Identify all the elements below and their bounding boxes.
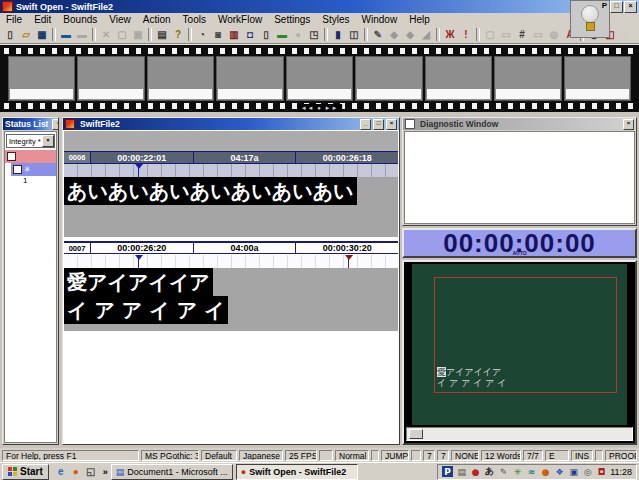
maximize-button[interactable]: □ [610,1,623,13]
close-icon[interactable]: × [623,119,634,130]
stopwatch-icon[interactable]: ◔ [194,27,210,42]
maximize-icon[interactable]: □ [373,119,384,130]
subtitle-text[interactable]: あいあいあいあいあいあいあい [64,177,357,205]
open-folder-icon[interactable]: ▱ [18,27,34,42]
wedge-icon[interactable]: ◢ [418,27,434,42]
menu-item-bounds[interactable]: Bounds [57,14,103,25]
film-frame[interactable] [425,56,492,101]
minimize-icon[interactable]: _ [360,119,371,130]
timecode-out[interactable]: 00:00:26:18 [295,152,398,163]
status-list-close-icon[interactable]: ▪ [52,119,58,130]
timecode-duration[interactable]: 04:00a [193,243,296,253]
film-frame[interactable] [77,56,144,101]
menu-item-window[interactable]: Window [356,14,404,25]
status-filter-dropdown[interactable]: Integrity * ▼ [6,134,55,148]
ink-pot-icon[interactable]: ◘ [242,27,258,42]
menu-item-view[interactable]: View [103,14,137,25]
film-frame[interactable] [8,56,75,101]
new-file-icon[interactable]: ▯ [2,27,18,42]
timecode-in[interactable]: 00:00:26:20 [91,243,193,253]
display-icon[interactable]: ❖ [554,466,565,477]
battery-icon[interactable]: ▬ [274,27,290,42]
close-button[interactable]: × [624,1,637,13]
film-nav-control[interactable]: ◄◄ ● ►► [297,104,343,112]
timeline-ruler[interactable] [64,255,398,268]
folder-share-icon[interactable]: ▭ [498,27,514,42]
clipboard-icon[interactable]: ▢ [482,27,498,42]
kanji-style-icon[interactable]: Ж [442,27,458,42]
diamond-b-icon[interactable]: ◆ [402,27,418,42]
menu-item-styles[interactable]: Styles [316,14,355,25]
scheduler-icon[interactable]: ◎ [582,466,593,477]
timecode-in[interactable]: 00:00:22:01 [90,152,193,163]
launcher-icon[interactable]: ● [70,466,82,478]
checkbox-icon[interactable] [13,165,22,174]
timeline-alt-icon[interactable]: ▬ [74,27,90,42]
frame-select-icon[interactable]: ◫ [346,27,362,42]
film-frame[interactable] [355,56,422,101]
ime-japanese-icon[interactable]: あ [484,466,495,477]
menu-item-tools[interactable]: Tools [177,14,212,25]
playhead-marker[interactable] [135,255,143,260]
printer-icon[interactable]: ▤ [456,466,467,477]
film-frames-icon[interactable]: ▥ [226,27,242,42]
chevron-more-icon[interactable]: » [103,467,108,477]
checkbox-icon[interactable] [7,152,16,161]
status-tree-item[interactable]: ✳ [11,163,56,176]
monitor-icon[interactable]: ◳ [306,27,322,42]
menu-item-action[interactable]: Action [137,14,177,25]
status-tree-group[interactable] [5,150,56,163]
film-frame[interactable] [147,56,214,101]
menu-item-settings[interactable]: Settings [268,14,316,25]
mixer-icon[interactable]: # [514,27,530,42]
menu-item-edit[interactable]: Edit [28,14,57,25]
subtitle-row-header[interactable]: 0007 00:00:26:20 04:00a 00:00:30:20 [64,241,398,254]
preview-scrollbar[interactable] [406,427,633,441]
globe-icon[interactable]: ● [290,27,306,42]
subtitle-row-header[interactable]: 0006 00:00:22:01 04:17a 00:00:26:18 [64,151,398,164]
out-marker[interactable] [345,255,353,260]
capture-icon[interactable]: ◙ [210,27,226,42]
save-icon[interactable]: ▦ [34,27,50,42]
timecode-duration[interactable]: 04:17a [193,152,296,163]
screen-icon[interactable]: ▭ [530,27,546,42]
film-frame[interactable] [494,56,561,101]
hand-bell-icon[interactable]: ● [634,27,639,42]
print-icon[interactable]: ▤ [154,27,170,42]
task-button-swift-open[interactable]: ●Swift Open - SwiftFile2 [236,464,358,480]
pen-tablet-icon[interactable]: ✎ [498,466,509,477]
internet-explorer-icon[interactable]: e [55,466,67,478]
scrollbar-thumb[interactable] [409,429,423,439]
timeline-ruler[interactable] [64,164,398,177]
playhead-marker[interactable] [135,164,143,169]
update-icon[interactable]: ● [540,466,551,477]
menu-item-help[interactable]: Help [403,14,436,25]
alert-icon[interactable]: ! [458,27,474,42]
film-frame[interactable] [216,56,283,101]
copy-icon[interactable]: ▢ [114,27,130,42]
row-id[interactable]: 0007 [64,243,91,253]
subtitle-text-line2[interactable]: イ ア ア イ ア イ [64,296,228,324]
help-icon[interactable]: ? [170,27,186,42]
program-p-icon[interactable]: P [442,466,453,477]
timecode-out[interactable]: 00:00:30:20 [295,243,398,253]
chevron-down-icon[interactable]: ▼ [42,135,54,147]
notebook-icon[interactable]: ▯ [258,27,274,42]
close-icon[interactable]: × [386,119,397,130]
menu-item-file[interactable]: File [0,14,28,25]
menu-item-workflow[interactable]: WorkFlow [212,14,268,25]
task-button-word-document[interactable]: ▤Document1 - Microsoft ... [111,464,233,480]
gear-icon[interactable]: ◍ [546,27,562,42]
start-button[interactable]: Start [2,464,49,480]
show-desktop-icon[interactable]: ◱ [85,466,97,478]
graph-icon[interactable]: ✳ [512,466,523,477]
paste-icon[interactable]: ▣ [130,27,146,42]
disc-icon[interactable]: ◌ [618,27,634,42]
pen-icon[interactable]: ✎ [370,27,386,42]
timeline-icon[interactable]: ▬ [58,27,74,42]
film-frame[interactable] [286,56,353,101]
antivirus-icon[interactable]: ● [470,466,481,477]
subtitle-text-line1[interactable]: 愛アイアイイア [64,268,213,296]
column-marker-icon[interactable]: ▮ [330,27,346,42]
network-icon[interactable]: ≈ [526,466,537,477]
